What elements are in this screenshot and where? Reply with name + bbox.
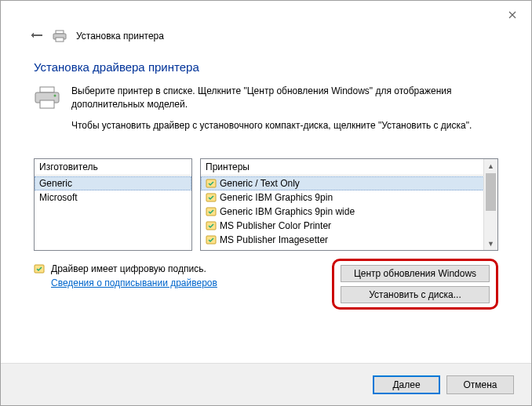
info-text: Выберите принтер в списке. Щелкните "Цен… [71,85,498,140]
signed-driver-icon [206,220,217,231]
list-item[interactable]: MS Publisher Color Printer [201,219,484,233]
svg-rect-5 [40,87,54,92]
printer-large-icon [34,86,60,110]
titlebar [1,1,531,29]
manufacturer-listbox[interactable]: Изготовитель Generic Microsoft [34,158,192,251]
list-item[interactable]: Generic / Text Only [201,176,484,190]
content-area: 🠔 Установка принтера Установка драйвера … [34,29,498,350]
manufacturer-header: Изготовитель [35,159,191,176]
list-item-label: Generic IBM Graphics 9pin wide [220,206,355,217]
printers-header: Принтеры [201,159,497,176]
svg-rect-8 [40,100,54,108]
lists-row: Изготовитель Generic Microsoft Принтеры [34,158,498,251]
signed-driver-icon [34,263,45,274]
signed-driver-icon [206,206,217,217]
svg-rect-4 [56,38,64,42]
scroll-up-icon[interactable]: ▲ [484,159,497,172]
svg-rect-2 [56,31,64,34]
back-arrow-icon[interactable]: 🠔 [31,29,43,43]
printers-listbox[interactable]: Принтеры Generic / Text Only Generic IBM… [200,158,498,251]
highlighted-buttons: Центр обновления Windows Установить с ди… [332,259,498,310]
manufacturer-list-body: Generic Microsoft [35,176,191,250]
header-line: 🠔 Установка принтера [31,29,498,43]
list-item[interactable]: Generic IBM Graphics 9pin wide [201,205,484,219]
info-block: Выберите принтер в списке. Щелкните "Цен… [34,85,498,140]
signature-row: Драйвер имеет цифровую подпись. Сведения… [34,263,498,310]
info-line-1: Выберите принтер в списке. Щелкните "Цен… [71,85,498,111]
list-item-label: MS Publisher Imagesetter [220,234,328,245]
scrollbar[interactable]: ▲ ▼ [483,159,497,250]
printers-list-body: Generic / Text Only Generic IBM Graphics… [201,176,484,250]
list-item[interactable]: Generic IBM Graphics 9pin [201,190,484,205]
page-title: Установка драйвера принтера [34,60,498,74]
printer-icon [53,30,67,42]
list-item-label: MS Publisher Color Printer [220,220,331,231]
install-from-disk-button[interactable]: Установить с диска... [341,286,490,303]
cancel-button[interactable]: Отмена [446,375,514,394]
signed-driver-icon [206,178,217,189]
windows-update-button[interactable]: Центр обновления Windows [341,265,490,282]
add-printer-wizard-dialog: 🠔 Установка принтера Установка драйвера … [0,0,532,406]
svg-point-7 [54,95,56,97]
signed-driver-icon [206,234,217,245]
scroll-down-icon[interactable]: ▼ [484,237,497,250]
list-item-label: Generic [39,178,72,189]
scrollbar-thumb[interactable] [486,173,496,211]
list-item-label: Generic IBM Graphics 9pin [220,192,333,203]
info-line-2: Чтобы установить драйвер с установочного… [71,119,498,132]
list-item-label: Microsoft [39,192,78,203]
list-item[interactable]: Generic [35,176,191,190]
close-icon [508,11,516,19]
wizard-label: Установка принтера [76,31,164,42]
close-button[interactable] [497,4,528,26]
next-button[interactable]: Далее [373,375,440,394]
list-item[interactable]: MS Publisher Imagesetter [201,233,484,247]
signature-info: Драйвер имеет цифровую подпись. Сведения… [34,263,324,288]
signed-driver-icon [206,192,217,203]
footer: Далее Отмена [1,363,531,405]
signing-info-link[interactable]: Сведения о подписывании драйверов [51,277,217,288]
list-item-label: Generic / Text Only [220,178,300,189]
list-item[interactable]: Microsoft [35,190,191,205]
signature-text: Драйвер имеет цифровую подпись. [51,263,206,274]
